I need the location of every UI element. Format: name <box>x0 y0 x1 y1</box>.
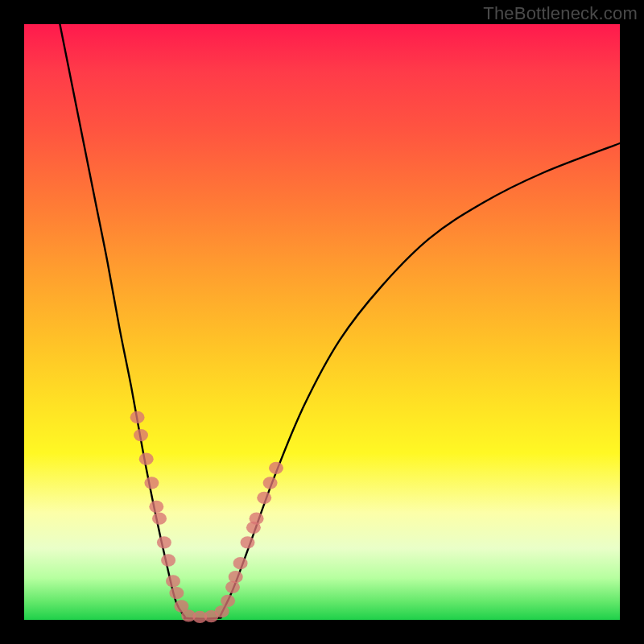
data-marker <box>134 429 148 441</box>
data-marker <box>241 536 255 548</box>
data-marker <box>263 477 278 489</box>
data-marker <box>250 513 264 525</box>
data-marker <box>139 453 154 465</box>
data-marker <box>166 575 180 587</box>
data-marker <box>169 587 184 599</box>
data-marker <box>152 513 167 525</box>
data-marker <box>157 536 171 548</box>
data-marker <box>161 554 175 566</box>
data-marker <box>229 571 243 583</box>
data-marker <box>233 557 248 569</box>
curve-layer <box>24 24 620 620</box>
data-marker <box>215 605 229 617</box>
data-marker <box>144 477 159 489</box>
watermark-text: TheBottleneck.com <box>483 3 638 24</box>
data-marker <box>257 492 271 504</box>
outer-frame: TheBottleneck.com <box>0 0 644 644</box>
bottleneck-curve <box>60 24 620 619</box>
plot-area <box>24 24 620 620</box>
data-marker <box>269 462 283 474</box>
data-marker <box>130 411 145 423</box>
data-marker <box>221 595 235 607</box>
data-marker <box>149 501 163 513</box>
curve-markers <box>130 411 283 623</box>
